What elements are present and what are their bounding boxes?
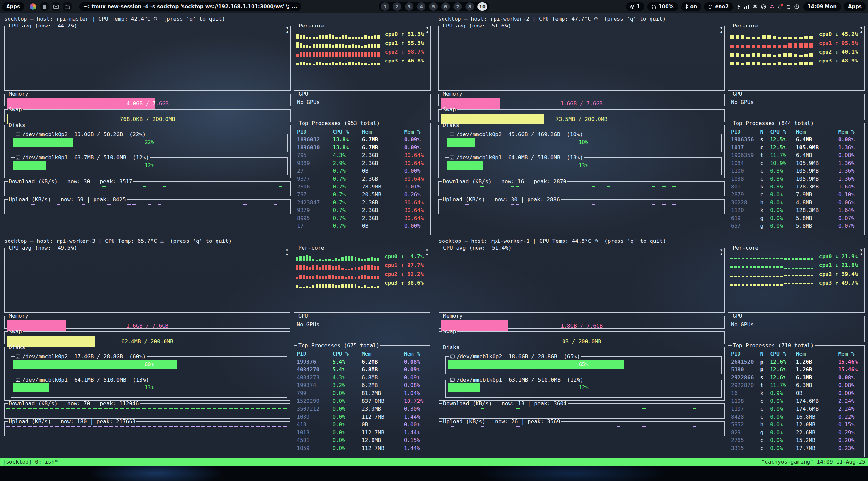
history-icon[interactable] (795, 4, 799, 9)
process-row: 5952h0.0%12.0MB0.15% (731, 420, 862, 428)
pane-title: socktop — host: rpi-master | CPU Temp: 4… (4, 15, 431, 23)
process-row: 7990.0%81.2MB1.04% (297, 389, 428, 397)
workspace-button[interactable]: 10 (477, 2, 487, 11)
process-row: 10390.0%112.7MB1.44% (297, 413, 428, 420)
percore-box: Per-core cpu0 ↓ 45.2%cpu1 ↑ 95.5%cpu2 ↓ … (728, 23, 865, 91)
clock[interactable]: 14:09 Mon (803, 2, 841, 11)
socktop-pane[interactable]: socktop — host: rpi-worker-2 | CPU Temp:… (434, 13, 868, 235)
process-row: 89950.7%2.3GB30.64% (297, 214, 428, 222)
scroll-down-icon[interactable]: ▼ (425, 248, 429, 252)
upload-label: Upload (KB/s) — now: 26 | peak: 3569 (442, 419, 561, 425)
process-row: 93770.7%2.3GB30.64% (297, 175, 428, 183)
tmux-session-window[interactable]: [socktop] 0:fish* (3, 459, 58, 465)
cpu-avg-box: CPU avg (now: 51.4%) ▲ ▼ (439, 245, 725, 313)
process-row: 4180.0%0B0.00% (297, 420, 428, 428)
scroll-up-icon[interactable]: ▲ (285, 30, 290, 33)
apps-button-right[interactable]: Apps (844, 2, 866, 11)
process-row: 7954.3%2.3GB30.64% (297, 151, 428, 159)
scroll-down-icon[interactable]: ▼ (425, 26, 430, 30)
scroll-down-icon[interactable]: ▼ (719, 26, 724, 30)
top-bar: Apps ~: tmux new-session -d -s socktop '… (0, 0, 868, 13)
process-row: 2765c0.0%15.2MB0.20% (731, 436, 862, 444)
scroll-down-icon[interactable]: ▼ (285, 26, 290, 30)
scroll-down-icon[interactable]: ▼ (859, 26, 864, 30)
steam-icon[interactable] (761, 4, 766, 9)
swap-label: Swap (442, 329, 457, 335)
workspace-button[interactable]: 5 (429, 2, 438, 11)
workspace-button[interactable]: 6 (441, 2, 450, 11)
process-table: PIDCPU %MemMem %1993765.4%6.2MB0.08%4084… (297, 350, 428, 456)
package-indicator[interactable]: 1 (626, 2, 644, 11)
process-row: 93790.7%2.3GB30.64% (297, 206, 428, 214)
power-icon[interactable] (786, 4, 791, 9)
scroll-down-icon[interactable]: ▼ (719, 248, 724, 252)
socktop-pane[interactable]: socktop — host: rpi-master | CPU Temp: 4… (0, 13, 434, 235)
bluetooth-indicator[interactable]: on (681, 2, 702, 11)
core-label: cpu1 ↑ 97.7% (384, 262, 424, 268)
workspace-button[interactable]: 3 (405, 2, 413, 11)
flatpak-icon[interactable] (770, 4, 774, 9)
network-indicator[interactable]: eno2 (704, 2, 733, 11)
core-row: cpu0 ↓ 45.2% (730, 30, 858, 39)
socktop-pane[interactable]: socktop — host: rpi-worker-1 | CPU Temp:… (434, 235, 868, 457)
core-label: cpu2 ↑ 39.4% (819, 271, 858, 277)
socktop-pane[interactable]: socktop — host: rpi-worker-3 | CPU Temp:… (0, 235, 434, 457)
memory-box: Memory 1.6GB / 7.6GB1.6GB / 7.6GB (4, 313, 290, 329)
scroll-down-icon[interactable]: ▼ (859, 248, 864, 252)
terminal-window: socktop — host: rpi-master | CPU Temp: 4… (0, 13, 868, 465)
mail-icon[interactable] (52, 2, 60, 11)
scroll-up-icon[interactable]: ▲ (719, 30, 724, 33)
pane-title-text: socktop — host: rpi-worker-2 | CPU Temp:… (438, 16, 665, 22)
process-row: 189603213.8%6.7MB0.09% (297, 136, 428, 143)
layers-icon[interactable] (752, 4, 757, 9)
core-row: cpu2 ↓ 98.7% (296, 48, 424, 57)
disk-item: /dev/mmcblk0p2 17.4GB / 28.8GB (60%) 60%… (11, 353, 287, 374)
scroll-up-icon[interactable]: ▲ (425, 30, 430, 33)
gpu-box: GPU No GPUs (728, 91, 865, 120)
process-row: 801k0.8%128.3MB1.64% (731, 183, 862, 190)
process-row: 28060.7%78.9MB1.01% (297, 183, 428, 190)
scroll-up-icon[interactable]: ▲ (859, 252, 864, 255)
cpu-avg-label: CPU avg (now: 49.5%) (8, 245, 78, 251)
pane-title-text: socktop — host: rpi-worker-3 | CPU Temp:… (4, 238, 231, 244)
core-label: cpu1 ↑ 55.3% (385, 40, 424, 46)
power-profile-icon[interactable] (737, 4, 740, 9)
scroll-up-icon[interactable]: ▲ (859, 30, 864, 33)
core-label: cpu3 ↑ 46.8% (385, 58, 424, 64)
scroll-down-icon[interactable]: ▼ (285, 248, 289, 252)
percore-label: Per-core (732, 245, 760, 251)
workspace-button[interactable]: 8 (465, 2, 474, 11)
scroll-up-icon[interactable]: ▲ (719, 252, 724, 255)
volume-indicator[interactable]: 100% (647, 2, 678, 11)
tmux-host-clock: "cachyos-gaming" 14:09 11-Aug-25 (762, 459, 865, 465)
process-row: 7970.7%20.5MB0.26% (297, 190, 428, 198)
window-icon[interactable] (40, 2, 49, 11)
window-title[interactable]: ~: tmux new-session -d -s socktop 'sockt… (80, 2, 301, 11)
scroll-up-icon[interactable]: ▲ (425, 252, 429, 255)
workspace-button[interactable]: 1 (381, 2, 389, 11)
disk-label: /dev/mmcblk0p1 64.0MB / 510.0MB (13%) (456, 154, 583, 161)
workspace-button[interactable]: 7 (453, 2, 462, 11)
process-row: 1038c0.8%105.9MB1.36% (731, 175, 862, 183)
pane-title-text: socktop — host: rpi-worker-1 | CPU Temp:… (439, 238, 666, 244)
workspace-button[interactable]: 2 (393, 2, 401, 11)
memory-box: Memory 1.6GB / 7.6GB1.6GB / 7.6GB (438, 91, 725, 106)
app-grid-icon[interactable] (29, 2, 37, 11)
percore-box: Per-core cpu0 ↑ 51.3%cpu1 ↑ 55.3%cpu2 ↓ … (294, 23, 431, 91)
percore-label: Per-core (297, 245, 325, 251)
disks-label: Disks (8, 122, 26, 128)
upload-box: Upload (KB/s) — now: 30 | peak: 2886 (438, 196, 725, 214)
percore-box: Per-core cpu0 ↑ 4.7%cpu1 ↑ 97.7%cpu2 ↓ 6… (294, 245, 430, 313)
workspace-button[interactable]: 4 (417, 2, 426, 11)
core-label: cpu1 ↓ 21.8% (819, 262, 858, 268)
files-icon[interactable] (63, 2, 72, 11)
scroll-up-icon[interactable]: ▲ (285, 252, 289, 255)
core-label: cpu2 ↓ 40.1% (819, 49, 858, 55)
download-label: Download (KB/s) — now: 16 | peak: 2870 (442, 178, 567, 185)
download-label: Download (KB/s) — now: 13 | peak: 3604 (442, 400, 568, 407)
core-row: cpu2 ↓ 40.1% (730, 48, 858, 57)
notifications-icon[interactable] (778, 4, 783, 9)
apps-button[interactable]: Apps (2, 2, 24, 11)
core-row: cpu3 ↑ 38.6% (296, 279, 424, 288)
resource-monitor-icon[interactable] (744, 4, 749, 9)
